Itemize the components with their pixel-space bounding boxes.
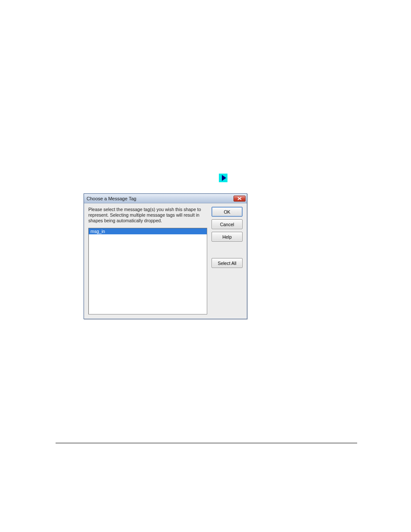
message-tag-listbox[interactable]: msg_in xyxy=(88,228,207,314)
select-all-button[interactable]: Select All xyxy=(212,258,243,268)
play-triangle-icon xyxy=(222,175,226,181)
close-button[interactable] xyxy=(234,196,246,202)
instruction-text: Please select the message tag(s) you wis… xyxy=(88,207,207,224)
page-divider xyxy=(56,443,357,443)
dialog-body: Please select the message tag(s) you wis… xyxy=(84,203,247,319)
cancel-button[interactable]: Cancel xyxy=(212,219,243,229)
list-item[interactable]: msg_in xyxy=(89,228,207,234)
close-icon xyxy=(237,197,242,200)
dialog-title: Choose a Message Tag xyxy=(87,196,136,201)
dialog-titlebar[interactable]: Choose a Message Tag xyxy=(84,194,247,203)
choose-message-tag-dialog: Choose a Message Tag Please select the m… xyxy=(84,193,247,319)
ok-button[interactable]: OK xyxy=(212,207,243,217)
dialog-button-column: OK Cancel Help Select All xyxy=(212,207,243,314)
play-icon xyxy=(219,174,227,182)
button-spacer xyxy=(212,244,243,255)
dialog-left-column: Please select the message tag(s) you wis… xyxy=(88,207,207,314)
help-button[interactable]: Help xyxy=(212,232,243,242)
